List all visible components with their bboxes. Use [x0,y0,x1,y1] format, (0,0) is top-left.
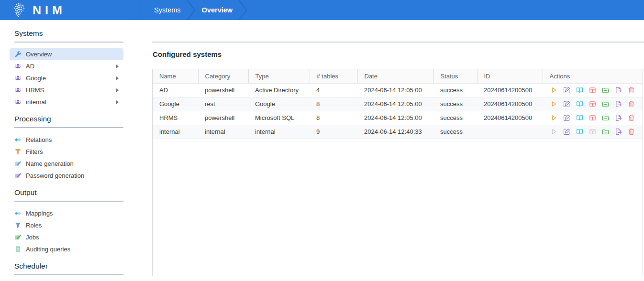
documentation-action-icon[interactable] [576,86,583,94]
sidebar-item-hrms[interactable]: HRMS [10,84,123,96]
delete-action-icon[interactable] [628,100,635,108]
breadcrumb-item-systems[interactable]: Systems [152,6,183,14]
sidebar-item-google[interactable]: Google [10,72,123,84]
folder-action-icon[interactable] [602,128,609,135]
tables-action-icon[interactable] [589,100,596,108]
row-actions [549,111,643,125]
row-actions [549,84,643,97]
cell-name: Google [153,97,198,111]
table-row-hrms: HRMSpowershellMicrosoft SQL82024-06-14 1… [153,111,643,125]
expand-chevron-icon[interactable] [116,100,119,104]
sidebar-item-label: AD [26,63,34,70]
double-arrow-icon [14,136,22,143]
sidebar-item-mappings[interactable]: Mappings [10,207,123,219]
section-divider [14,274,123,275]
column-header-tables: # tables [310,69,357,83]
content-divider [152,42,644,43]
expand-chevron-icon[interactable] [116,76,119,80]
sidebar-item-name-generation[interactable]: Name generation [10,158,123,170]
delete-action-icon[interactable] [628,114,635,121]
export-action-icon[interactable] [615,114,622,121]
table-row-internal: internalinternalinternal92024-06-14 12:4… [153,125,643,139]
cell-name: internal [153,125,198,139]
cell-id: 20240614200500 [477,97,543,111]
row-actions [549,97,643,111]
nim-logo[interactable]: NIM [0,0,139,20]
sidebar-item-label: Relations [26,136,52,143]
run-action-icon[interactable] [550,100,557,108]
sidebar-item-ad[interactable]: AD [10,60,123,72]
cell-date: 2024-06-14 12:05:00 [357,83,433,97]
cell-status: success [433,111,477,125]
cell-id: 20240614200500 [477,111,543,125]
cell-type: Google [248,97,310,111]
delete-action-icon[interactable] [628,86,635,94]
section-title-processing: Processing [14,114,124,127]
folder-action-icon[interactable] [602,114,609,121]
column-header-status: Status [433,69,477,83]
column-header-date: Date [357,69,433,83]
folder-action-icon[interactable] [602,100,609,108]
sidebar-item-jobs[interactable]: Jobs [10,231,123,243]
tables-action-icon[interactable] [589,86,596,94]
users-icon [14,63,22,70]
export-action-icon[interactable] [615,128,622,135]
edit-action-icon[interactable] [563,128,570,135]
cell-type: internal [248,125,310,139]
folder-action-icon[interactable] [602,86,609,94]
breadcrumb-item-overview[interactable]: Overview [200,6,235,14]
sidebar-item-label: Name generation [26,160,74,167]
cell-name: AD [153,83,198,97]
expand-chevron-icon[interactable] [116,65,119,68]
tables-action-icon[interactable] [589,114,596,121]
run-action-icon [550,128,557,135]
breadcrumb: SystemsOverview [139,0,252,20]
cell-category: powershell [198,111,248,125]
sidebar-item-auditing-queries[interactable]: Auditing queries [10,243,123,255]
documentation-action-icon[interactable] [576,100,583,108]
cell-date: 2024-06-14 12:05:00 [357,111,433,125]
edit-action-icon[interactable] [563,86,570,94]
systems-table: NameCategoryType# tablesDateStatusIDActi… [152,69,643,276]
export-action-icon[interactable] [615,100,622,108]
sidebar-item-label: Mappings [26,210,53,217]
export-action-icon[interactable] [615,86,622,94]
edit-action-icon[interactable] [563,100,570,108]
row-actions [549,125,643,139]
sidebar-item-label: Jobs [26,234,39,241]
cell-category: internal [198,125,248,139]
logo-text: NIM [33,3,66,17]
run-action-icon[interactable] [550,114,557,121]
main-content: Configured systems NameCategoryType# tab… [139,20,644,281]
sidebar-item-filters[interactable]: Filters [10,146,123,158]
tables-action-icon [589,128,596,135]
column-header-id: ID [477,69,543,83]
sidebar-item-relations[interactable]: Relations [10,134,123,146]
sidebar-item-overview[interactable]: Overview [10,48,123,60]
sidebar-item-label: Google [26,75,46,82]
users-icon [14,75,22,82]
column-header-actions: Actions [543,69,643,83]
delete-action-icon[interactable] [628,128,635,135]
sidebar-item-roles[interactable]: Roles [10,219,123,231]
breadcrumb-chevron-icon [187,0,196,20]
sidebar-item-password-generation[interactable]: Password generation [10,170,123,182]
sidebar-item-label: Auditing queries [26,246,70,253]
documentation-action-icon[interactable] [576,114,583,121]
edit-action-icon[interactable] [563,114,570,121]
documentation-action-icon[interactable] [576,128,583,135]
sidebar-item-internal[interactable]: internal [10,96,123,108]
section-divider [14,42,123,43]
table-header-row: NameCategoryType# tablesDateStatusIDActi… [153,69,643,83]
sidebar-item-label: Overview [26,51,52,58]
cell-tables: 8 [310,97,357,111]
expand-chevron-icon[interactable] [116,88,119,92]
section-title-output: Output [14,188,124,201]
table-body: ADpowershellActive Directory42024-06-14 … [153,83,643,139]
table-row-google: GooglerestGoogle82024-06-14 12:05:00succ… [153,97,643,111]
sidebar: SystemsOverviewADGoogleHRMSinternalProce… [0,20,139,281]
run-action-icon[interactable] [550,86,557,94]
cell-name: HRMS [153,111,198,125]
cell-category: powershell [198,83,248,97]
edit-square-icon [14,160,22,167]
